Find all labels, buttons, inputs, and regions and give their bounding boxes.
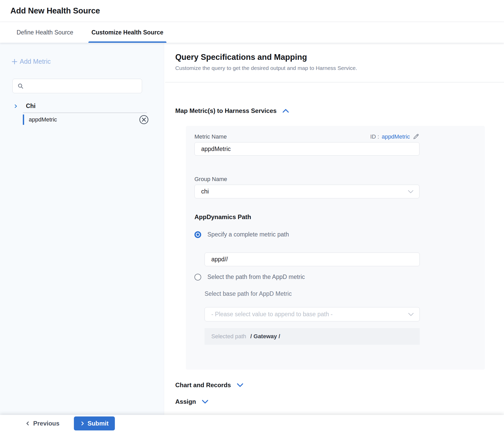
previous-button[interactable]: Previous [25,420,59,427]
selected-path-row: Selected path / Gateway / [205,328,420,345]
group-divider [23,113,147,113]
base-path-placeholder: - Please select value to append to base … [211,311,333,318]
chart-and-records-title: Chart and Records [175,381,231,389]
selected-path-label: Selected path [211,333,246,340]
submit-button[interactable]: Submit [74,416,115,430]
base-path-select[interactable]: - Please select value to append to base … [205,307,420,321]
dialog-body: Add Metric Chi appdMetric Query Specific… [0,43,504,415]
page-title: Add New Health Source [10,6,100,16]
section-title: Query Specifications and Mapping [175,53,504,62]
map-metrics-section-header[interactable]: Map Metric(s) to Harness Services [175,107,504,114]
tab-customize-health-source[interactable]: Customize Health Source [88,22,166,43]
search-input[interactable] [27,82,138,90]
radio-select-path-from-appd[interactable]: Select the path from the AppD metric [194,273,485,280]
radio-complete-metric-path[interactable]: Specify a complete metric path [194,231,485,238]
metric-name-label: Metric Name [194,133,227,140]
group-name-value: chi [201,188,209,195]
search-icon [17,83,24,89]
appdynamics-path-title: AppDynamics Path [194,213,485,221]
tab-define-health-source[interactable]: Define Health Source [13,22,76,43]
metric-search[interactable] [12,79,142,93]
metric-list-item-appdmetric[interactable]: appdMetric [23,113,149,126]
previous-label: Previous [33,420,59,427]
metric-name-label-row: Metric Name ID : appdMetric [194,133,419,140]
tab-bar: Define Health Source Customize Health So… [0,22,504,43]
chevron-right-icon [80,421,85,426]
selected-path-value: / Gateway / [250,333,280,340]
tab-label: Customize Health Source [92,29,163,36]
metric-name-input[interactable] [194,142,419,156]
chevron-right-icon[interactable] [13,104,18,109]
dialog-header: Add New Health Source [0,0,504,22]
chart-and-records-section-header[interactable]: Chart and Records [175,381,504,389]
assign-section-header[interactable]: Assign [175,398,504,405]
radio-complete-path-label: Specify a complete metric path [207,231,289,238]
plus-icon [11,58,18,65]
id-label: ID : [370,133,379,140]
section-divider [165,82,504,82]
remove-icon [139,114,149,125]
remove-metric-button[interactable] [139,114,149,125]
sidebar-group-chi[interactable]: Chi [13,103,164,110]
group-name-label: Group Name [194,176,485,183]
metric-mapping-panel: Metric Name ID : appdMetric Group Name c… [186,126,485,370]
chevron-down-icon[interactable] [202,400,208,404]
chevron-left-icon [25,421,30,426]
metric-id-link[interactable]: appdMetric [382,133,410,140]
tab-label: Define Health Source [17,29,73,36]
edit-icon [412,133,419,140]
group-label: Chi [26,103,36,110]
edit-id-button[interactable] [412,133,419,140]
section-subtitle: Customize the query to get the desired o… [175,65,504,71]
chevron-down-icon [408,313,414,316]
group-name-select[interactable]: chi [194,185,419,198]
metrics-sidebar: Add Metric Chi appdMetric [0,43,164,415]
dialog-footer: Previous Submit [0,415,504,432]
metric-id-group: ID : appdMetric [370,133,419,140]
complete-metric-path-input[interactable] [205,253,420,266]
add-metric-button[interactable]: Add Metric [11,58,51,65]
map-metrics-section-title: Map Metric(s) to Harness Services [175,107,277,114]
chevron-down-icon [408,190,414,193]
radio-select-path-label: Select the path from the AppD metric [207,273,305,280]
add-metric-label: Add Metric [20,58,51,65]
radio-selected-icon[interactable] [194,231,201,238]
selected-metric-indicator [23,114,24,125]
query-specifications-panel: Query Specifications and Mapping Customi… [164,43,504,415]
active-tab-underline [88,41,166,43]
radio-unselected-icon[interactable] [194,274,201,280]
chevron-up-icon[interactable] [282,109,289,113]
assign-title: Assign [175,398,196,405]
chevron-down-icon[interactable] [237,383,243,387]
base-path-label: Select base path for AppD Metric [205,290,485,297]
add-health-source-dialog: Add New Health Source Define Health Sour… [0,0,504,432]
metric-item-label: appdMetric [29,116,139,123]
submit-label: Submit [87,420,108,427]
